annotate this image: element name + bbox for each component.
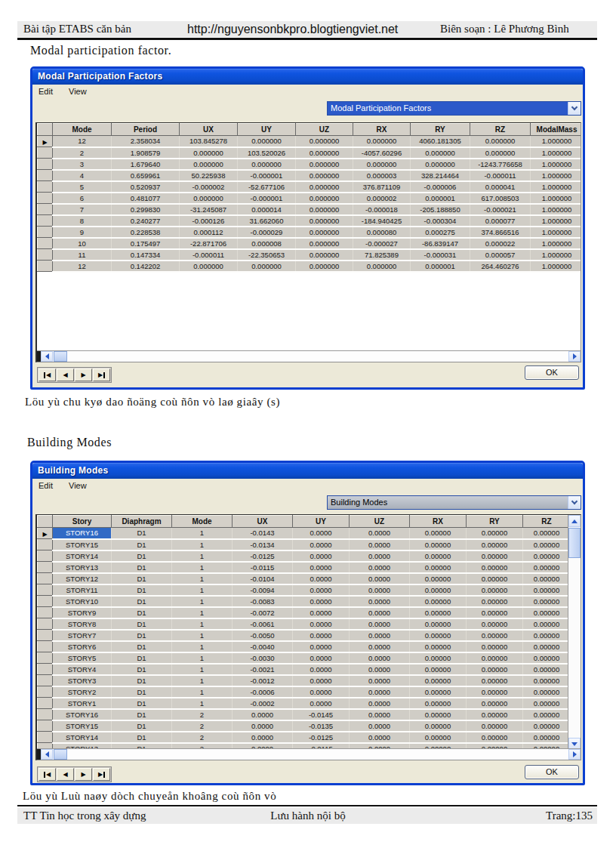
cell[interactable]: 0.0000 <box>293 641 350 652</box>
cell[interactable]: 0.000000 <box>296 204 353 215</box>
cell[interactable]: 4 <box>53 170 112 181</box>
cell[interactable]: 0.000000 <box>238 136 296 147</box>
row-selector[interactable] <box>38 147 53 159</box>
cell[interactable]: 374.866516 <box>470 227 531 238</box>
cell[interactable]: 0.228538 <box>112 227 180 238</box>
last-record-button[interactable]: ▶ <box>93 768 110 781</box>
cell[interactable]: 0.00000 <box>410 596 467 607</box>
row-selector[interactable]: ▶ <box>38 136 53 147</box>
cell[interactable]: 0.0000 <box>350 528 410 539</box>
cell[interactable]: 103.845278 <box>180 136 238 147</box>
cell[interactable]: -0.0012 <box>233 675 293 686</box>
cell[interactable]: 0.00000 <box>410 732 467 743</box>
column-header[interactable]: Diaphragm <box>112 516 172 528</box>
cell[interactable]: 0.00000 <box>467 618 523 630</box>
ok-button[interactable]: OK <box>525 765 579 779</box>
cell[interactable]: 0.000022 <box>470 238 531 249</box>
cell[interactable]: 0.147334 <box>112 249 180 261</box>
cell[interactable]: STORY13 <box>53 562 112 573</box>
cell[interactable]: 0.0000 <box>350 573 410 584</box>
cell[interactable]: -0.0083 <box>233 596 293 607</box>
column-header[interactable]: UX <box>180 124 238 136</box>
corner-header[interactable] <box>38 124 53 136</box>
cell[interactable]: 0.0000 <box>350 618 410 630</box>
cell[interactable]: 0.00000 <box>467 596 523 607</box>
cell[interactable]: 0.00000 <box>523 698 571 709</box>
cell[interactable]: 1 <box>172 652 233 664</box>
cell[interactable]: 0.000000 <box>353 136 411 147</box>
cell[interactable]: 0.000000 <box>411 159 470 170</box>
cell[interactable]: 0.00000 <box>467 664 523 675</box>
cell[interactable]: 0.00000 <box>523 573 571 584</box>
cell[interactable]: 2.358034 <box>112 136 180 147</box>
cell[interactable]: 0.000000 <box>180 159 238 170</box>
cell[interactable]: 1 <box>172 550 233 562</box>
cell[interactable]: 1 <box>172 675 233 686</box>
cell[interactable]: 0.00000 <box>467 652 523 664</box>
column-header[interactable]: RY <box>411 124 470 136</box>
cell[interactable]: 0.0000 <box>350 550 410 562</box>
cell[interactable]: 0.000002 <box>353 193 411 204</box>
cell[interactable]: 0.000112 <box>180 227 238 238</box>
menu-item-edit[interactable]: Edit <box>38 87 53 96</box>
cell[interactable]: 0.0000 <box>293 596 350 607</box>
cell[interactable]: 0.00000 <box>410 618 467 630</box>
cell[interactable]: -0.000011 <box>470 170 531 181</box>
cell[interactable]: 0.0000 <box>350 641 410 652</box>
row-selector[interactable] <box>38 215 53 227</box>
row-selector[interactable] <box>38 204 53 215</box>
cell[interactable]: 0.00000 <box>410 607 467 618</box>
cell[interactable]: 0.00000 <box>410 698 467 709</box>
cell[interactable]: 1.000000 <box>531 227 582 238</box>
row-selector[interactable]: ▶ <box>38 528 53 539</box>
cell[interactable]: 0.175497 <box>112 238 180 249</box>
cell[interactable]: 0.481077 <box>112 193 180 204</box>
cell[interactable]: D1 <box>112 596 172 607</box>
cell[interactable]: -22.871706 <box>180 238 238 249</box>
cell[interactable]: STORY4 <box>53 664 112 675</box>
cell[interactable]: 1.000000 <box>531 147 582 159</box>
cell[interactable]: STORY12 <box>53 573 112 584</box>
column-header[interactable]: UY <box>293 516 350 528</box>
horizontal-scrollbar[interactable] <box>37 748 581 760</box>
cell[interactable]: 264.460276 <box>470 261 531 272</box>
row-selector[interactable] <box>38 539 53 550</box>
scrollbar-track[interactable] <box>67 749 568 760</box>
cell[interactable]: 0.00000 <box>410 573 467 584</box>
cell[interactable]: 0.0000 <box>293 686 350 698</box>
cell[interactable]: 0.000080 <box>353 227 411 238</box>
cell[interactable]: -0.0061 <box>233 618 293 630</box>
cell[interactable]: 0.000000 <box>296 249 353 261</box>
combobox-dropdown-button[interactable] <box>568 102 581 115</box>
cell[interactable]: 0.299830 <box>112 204 180 215</box>
scroll-left-button[interactable] <box>41 749 53 760</box>
row-selector[interactable] <box>38 709 53 720</box>
cell[interactable]: 0.0000 <box>293 584 350 596</box>
cell[interactable]: -4057.60296 <box>353 147 411 159</box>
cell[interactable]: 617.008503 <box>470 193 531 204</box>
cell[interactable]: 0.000000 <box>180 147 238 159</box>
cell[interactable]: 0.0000 <box>350 686 410 698</box>
cell[interactable]: STORY5 <box>53 652 112 664</box>
cell[interactable]: 1.000000 <box>531 249 582 261</box>
cell[interactable]: STORY1 <box>53 698 112 709</box>
cell[interactable]: D1 <box>112 528 172 539</box>
cell[interactable]: 4060.181305 <box>411 136 470 147</box>
cell[interactable]: -0.0040 <box>233 641 293 652</box>
cell[interactable]: 1 <box>172 698 233 709</box>
cell[interactable]: 0.00000 <box>467 675 523 686</box>
cell[interactable]: STORY16 <box>53 709 112 720</box>
cell[interactable]: 0.00000 <box>523 686 571 698</box>
cell[interactable]: 0.000000 <box>296 136 353 147</box>
cell[interactable]: 0.000275 <box>411 227 470 238</box>
column-header[interactable]: RY <box>467 516 523 528</box>
first-record-button[interactable]: ◀ <box>38 368 56 381</box>
menu-item-view[interactable]: View <box>69 87 87 96</box>
cell[interactable]: 0.0000 <box>233 709 293 720</box>
column-header[interactable]: UY <box>238 124 296 136</box>
column-header[interactable]: Story <box>53 516 112 528</box>
window-titlebar[interactable]: Modal Participation Factors <box>32 69 583 85</box>
cell[interactable]: 0.00000 <box>523 720 571 732</box>
cell[interactable]: 0.0000 <box>350 539 410 550</box>
cell[interactable]: 0.00000 <box>410 652 467 664</box>
